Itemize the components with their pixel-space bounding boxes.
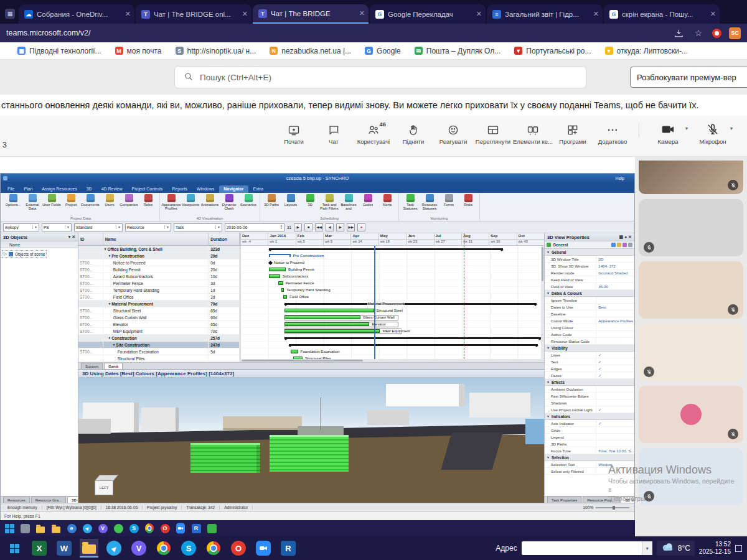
tab-close-icon[interactable]: ✕ [593, 10, 599, 18]
bookmark-item[interactable]: ▦Підводні технології... [17, 47, 101, 55]
gantt-table-row[interactable]: ST00...Foundation Excavation5d [78, 348, 240, 355]
props-row[interactable]: Active Code [545, 331, 634, 338]
taskbar-icon-telegram[interactable]: ► [81, 522, 93, 534]
taskbar-icon-opera[interactable]: O [159, 522, 171, 534]
tab-gantt[interactable]: Gantt [104, 363, 123, 369]
taskbar-clock[interactable]: 13:52 2025-12-15 [699, 541, 731, 556]
ribbon-button-viewpoints[interactable]: Viewpoints [181, 194, 200, 207]
gantt-bar[interactable] [284, 315, 360, 319]
ribbon-tab-3d[interactable]: 3D [82, 185, 96, 193]
ribbon-button-task-statuses[interactable]: Task Statuses [401, 194, 420, 210]
browser-tab[interactable]: TЧат | The BRIDGE onl...✕ [136, 4, 251, 24]
bookmark-item[interactable]: ▼откуда: Липтовски-... [605, 47, 688, 55]
toolbar-переглянути[interactable]: Переглянути [473, 119, 513, 145]
ribbon-button-dynamic-clash-detection[interactable]: Dynamic Clash Detection [220, 194, 238, 211]
address-input[interactable]: ▾ [522, 541, 652, 555]
expand-icon[interactable]: ▷ [4, 251, 7, 256]
tab-resource-prop[interactable]: Resource Prop... [583, 497, 619, 503]
combo-ps[interactable]: PS▼ [42, 223, 72, 231]
ribbon-tab-file[interactable]: File [3, 185, 19, 193]
bookmark-item[interactable]: Mмоя почта [115, 47, 162, 55]
ribbon-button-appearance-profiles[interactable]: Appearance Profiles [162, 194, 181, 210]
browser-tab[interactable]: ☁Собрания - OneDriv...✕ [19, 4, 134, 24]
gantt-table-row[interactable]: ST00...Glass Curtain Wall60d [78, 314, 240, 321]
tab-3d-view-prope[interactable]: 3D View Prope... [621, 497, 634, 503]
props-section-general[interactable]: ▼General [545, 249, 634, 256]
props-row[interactable]: 3D Window Title3D [545, 256, 634, 263]
taskbar-icon-viber[interactable]: V [129, 539, 148, 558]
zoom-slider[interactable] [596, 507, 629, 508]
bookmark-item[interactable]: Nnezabudka.net.ua |... [270, 47, 351, 55]
bookmark-item[interactable]: ✉Пошта – Дупляк Ол... [415, 47, 500, 55]
gantt-table-row[interactable]: ▾Pre Construction20d [78, 253, 240, 259]
props-row[interactable]: Axis Indicator✓ [545, 420, 634, 427]
gantt-table-row[interactable]: ST00...Temporary Hard Standing1d [78, 287, 240, 294]
navigation-cube[interactable]: LEFT [95, 473, 121, 495]
ribbon-button-forms[interactable]: Forms [439, 194, 458, 207]
bookmark-item[interactable]: ▼Португальські ро... [514, 47, 591, 55]
props-row[interactable]: Using Colour [545, 324, 634, 331]
expand-icon[interactable]: ▾ [105, 247, 106, 251]
participant-tile[interactable] [639, 448, 743, 505]
gantt-table-row[interactable]: ST00...Award Subcontractors10d [78, 273, 240, 280]
toolbar-почати[interactable]: Почати [274, 119, 314, 145]
props-section-selection[interactable]: ▼Selection [545, 454, 634, 461]
toolbar-камера[interactable]: ▾Камера [646, 119, 690, 145]
props-row[interactable]: Text✓ [545, 358, 634, 365]
gantt-table-row[interactable]: ▾Site Construction247d [78, 342, 240, 348]
ribbon-tab-extra[interactable]: Extra [249, 185, 268, 193]
objects-tree-item[interactable]: ▷ Objects of scene [2, 250, 47, 258]
participant-tile[interactable] [639, 324, 743, 381]
ribbon-button-users[interactable]: Users [100, 194, 119, 207]
toolbar-користувачі[interactable]: 46Користувачі [354, 119, 393, 145]
props-section-indicators[interactable]: ▼Indicators [545, 413, 634, 420]
gantt-table-row[interactable]: ST00...Elevator65d [78, 321, 240, 328]
participant-tile[interactable] [639, 161, 743, 194]
ribbon-tab-assign-resources[interactable]: Assign Resources [37, 185, 81, 193]
tab-close-icon[interactable]: ✕ [476, 10, 482, 18]
props-row[interactable]: Colour ModeAppearance Profiles [545, 317, 634, 324]
ribbon-button-codes[interactable]: Codes [359, 194, 377, 207]
ribbon-tab-reports[interactable]: Reports [167, 185, 192, 193]
props-section-effects[interactable]: ▼Effects [545, 379, 634, 386]
opera-extension-icon[interactable] [712, 29, 721, 38]
gantt-summary-bar[interactable] [284, 303, 537, 305]
ribbon-tab-navigator[interactable]: Navigator [219, 185, 248, 193]
combo-wykopy[interactable]: wykopy▼ [3, 223, 39, 231]
tab-resources[interactable]: Resources [3, 497, 30, 503]
ribbon-button-options[interactable]: Options... [4, 194, 22, 207]
ribbon-button-3d-paths[interactable]: 3D Paths [262, 194, 281, 207]
props-row[interactable]: Render modeGouraud Shaded [545, 269, 634, 276]
toolbar-реагувати[interactable]: Реагувати [433, 119, 473, 145]
gantt-table-row[interactable]: ▾Material Procurement70d [78, 301, 240, 307]
taskbar-icon-folder-2[interactable] [50, 522, 62, 534]
ribbon-button-external-data[interactable]: External Data [23, 194, 42, 210]
gantt-bar[interactable] [284, 329, 380, 333]
media-button[interactable]: ▶ [294, 223, 302, 231]
taskbar-icon-chrome-2[interactable] [204, 539, 223, 558]
gantt-summary-bar[interactable] [269, 248, 503, 250]
bookmark-star-icon[interactable]: ☆ [692, 28, 705, 38]
taskbar-icon-green-app[interactable] [205, 522, 218, 534]
scene-3d[interactable]: LEFT [78, 378, 544, 503]
taskbar-icon-zoom[interactable] [174, 522, 187, 534]
props-row[interactable]: Grids [545, 427, 634, 434]
gantt-table-row[interactable]: ST00...Field Office2d [78, 294, 240, 301]
taskbar-icon-viber[interactable]: V [96, 522, 109, 534]
browser-tab[interactable]: Gскрін екрана - Пошу...✕ [604, 4, 720, 24]
browser-tab[interactable]: GGoogle Перекладач✕ [370, 4, 486, 24]
tab-task-properties[interactable]: Task Properties [547, 497, 581, 503]
props-row[interactable]: Edges✓ [545, 365, 634, 372]
ribbon-tab-4d-review[interactable]: 4D Review [97, 185, 127, 193]
objects-column-header[interactable]: Name [1, 241, 78, 248]
toolbar-мікрофон[interactable]: ▾Мікрофон [690, 119, 735, 145]
props-row[interactable]: Ignore Timeline [545, 297, 634, 304]
taskbar-icon-revit[interactable]: R [190, 522, 202, 534]
ribbon-tab-project-controls[interactable]: Project Controls [128, 185, 167, 193]
ribbon-button-companies[interactable]: Companies [120, 194, 138, 207]
taskbar-icon-skype[interactable]: S [179, 539, 198, 558]
taskbar-icon-word[interactable]: W [55, 539, 73, 558]
taskbar-icon-start[interactable] [5, 539, 24, 558]
taskbar-icon-zoom[interactable] [254, 539, 273, 558]
media-button[interactable]: ■ [304, 223, 312, 231]
